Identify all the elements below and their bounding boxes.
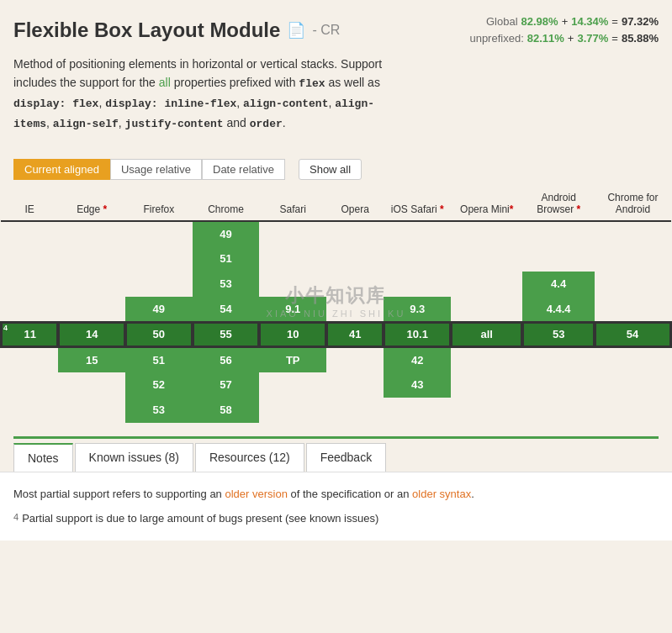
td-empty: [384, 272, 451, 297]
td-ff-53: 53: [125, 398, 193, 423]
td-android-444: 4.4.4: [522, 297, 594, 322]
td-ff-51: 51: [125, 347, 193, 372]
td-chromeandroid-54: 54: [595, 322, 671, 347]
th-chrome-android: Chrome for Android: [595, 187, 671, 221]
tab-notes[interactable]: Notes: [13, 443, 73, 472]
filter-usage-relative[interactable]: Usage relative: [110, 159, 202, 180]
td-empty: [451, 347, 522, 372]
td-edge-15: 15: [58, 347, 125, 372]
title-row: Flexible Box Layout Module 📄 - CR Global…: [13, 13, 659, 46]
td-empty: [522, 246, 594, 272]
td-edge-14: 14: [58, 322, 125, 347]
code-align-content: align-content: [243, 98, 328, 110]
td-chrome-53: 53: [193, 272, 260, 297]
filter-date-relative[interactable]: Date relative: [202, 159, 285, 180]
code-order: order: [250, 118, 283, 130]
unprefixed-label: unprefixed:: [469, 30, 523, 47]
td-empty: [259, 398, 326, 423]
td-ios-101: 10.1: [384, 322, 451, 347]
td-ios-43: 43: [384, 372, 451, 398]
td-empty: [522, 221, 594, 246]
global-total: 97.32%: [622, 13, 659, 30]
footnote-row: 4 Partial support is due to large amount…: [13, 510, 659, 528]
td-empty: [58, 246, 125, 272]
td-empty: [522, 398, 594, 423]
global-stat-row: Global 82.98% + 14.34% = 97.32%: [469, 13, 659, 30]
browser-header-row: IE Edge * Firefox Chrome Safari Opera iO…: [1, 187, 671, 221]
td-chrome-57: 57: [193, 372, 260, 398]
td-empty: [326, 297, 384, 322]
td-empty: [384, 398, 451, 423]
td-empty: [451, 246, 522, 272]
td-empty: [58, 398, 125, 423]
code-align-self: align-self: [53, 118, 119, 130]
filter-current-aligned[interactable]: Current aligned: [13, 159, 110, 180]
tab-resources[interactable]: Resources (12): [195, 443, 304, 472]
td-empty: [522, 372, 594, 398]
td-empty: [1, 297, 58, 322]
td-empty: [125, 272, 193, 297]
th-opera: Opera: [326, 187, 384, 221]
notes-text-mid: of the specification or an: [288, 488, 412, 500]
code-flex: flex: [299, 77, 325, 90]
td-chrome-49: 49: [193, 221, 260, 246]
td-empty: [326, 221, 384, 246]
unprefixed-plus: +: [568, 30, 574, 47]
th-ios-safari: iOS Safari *: [384, 187, 451, 221]
table-row: 51: [1, 246, 671, 272]
doc-icon: 📄: [287, 21, 305, 40]
older-version-link[interactable]: older version: [225, 488, 287, 500]
td-opera-41: 41: [326, 322, 384, 347]
td-empty: [259, 272, 326, 297]
code-display-flex: display: flex: [13, 98, 98, 110]
td-empty: [1, 272, 58, 297]
td-empty: [58, 297, 125, 322]
td-empty: [58, 221, 125, 246]
title-left: Flexible Box Layout Module 📄 - CR: [13, 18, 340, 42]
notes-text-start: Most partial support refers to supportin…: [13, 488, 225, 500]
td-chrome-55: 55: [193, 322, 260, 347]
td-empty: [259, 221, 326, 246]
browser-grid-wrapper: 小牛知识库 XIAO NIU ZHI SHI KU IE Edge * Fire…: [0, 187, 672, 423]
td-empty: [58, 372, 125, 398]
td-safari-tp: TP: [259, 347, 326, 372]
td-empty: [451, 297, 522, 322]
header-section: Flexible Box Layout Module 📄 - CR Global…: [0, 0, 672, 152]
td-empty: [259, 246, 326, 272]
td-safari-91: 9.1: [259, 297, 326, 322]
operamini-asterisk: *: [510, 203, 514, 215]
unprefixed-stat-row: unprefixed: 82.11% + 3.77% = 85.88%: [469, 30, 659, 47]
global-label: Global: [486, 13, 518, 30]
th-edge: Edge *: [58, 187, 125, 221]
td-empty: [451, 221, 522, 246]
td-empty: [326, 347, 384, 372]
td-android-53: 53: [522, 322, 594, 347]
table-row: 49: [1, 221, 671, 246]
footnote-marker: 4: [3, 324, 8, 332]
td-empty: [58, 272, 125, 297]
table-row: 53 4.4: [1, 272, 671, 297]
td-empty: [384, 221, 451, 246]
older-syntax-link[interactable]: older syntax: [412, 488, 471, 500]
td-empty: [125, 221, 193, 246]
td-ff-49: 49: [125, 297, 193, 322]
cr-badge: - CR: [312, 23, 340, 38]
tab-known-issues[interactable]: Known issues (8): [75, 443, 193, 472]
td-chrome-56: 56: [193, 347, 260, 372]
tabs-row: Notes Known issues (8) Resources (12) Fe…: [13, 436, 659, 472]
page-wrapper: Flexible Box Layout Module 📄 - CR Global…: [0, 0, 672, 541]
td-ff-52: 52: [125, 372, 193, 398]
td-empty: [595, 246, 671, 272]
td-empty: [451, 398, 522, 423]
td-empty: [384, 246, 451, 272]
filter-show-all[interactable]: Show all: [299, 159, 362, 180]
td-ios-93: 9.3: [384, 297, 451, 322]
td-empty: [595, 221, 671, 246]
td-empty: [451, 372, 522, 398]
table-row: 53 58: [1, 398, 671, 423]
ios-asterisk: *: [440, 203, 444, 215]
tab-feedback[interactable]: Feedback: [306, 443, 386, 472]
page-title: Flexible Box Layout Module: [13, 18, 280, 42]
table-row: 15 51 56 TP 42: [1, 347, 671, 372]
table-row: 49 54 9.1 9.3 4.4.4: [1, 297, 671, 322]
